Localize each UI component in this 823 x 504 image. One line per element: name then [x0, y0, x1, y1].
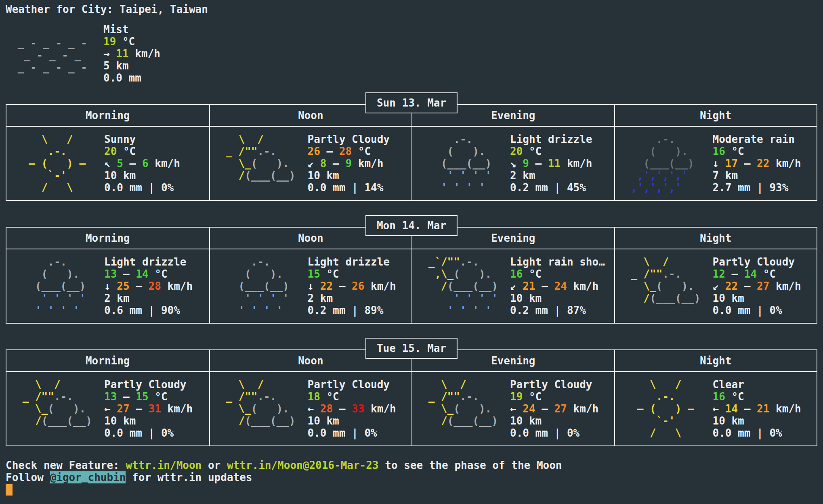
date-header: Sun 13. Mar — [365, 92, 458, 113]
period-header-night: Night — [614, 105, 817, 126]
mist-icon: _ - _ - _ - _ - _ - _ _ - _ - _ - — [11, 23, 94, 73]
forecast-cell: .-. ( ). (___(__) ' ' ' ' ' ' ' ' Light … — [6, 249, 209, 323]
weather-details: Light rain sho… 16 °C ↙ 21 — 24 km/h 10 … — [510, 256, 605, 316]
forecast-cell: \ / _ /"".-. \_( ). /(___(__) Partly Clo… — [209, 372, 412, 445]
weather-details: Partly Cloudy 13 — 15 °C ← 27 — 31 km/h … — [104, 379, 193, 439]
forecast-cell: _`/"".-. ,\_( ). /(___(__) ' ' ' ' ' ' '… — [412, 249, 614, 323]
period-header-night: Night — [614, 350, 817, 371]
date-header: Mon 14. Mar — [365, 215, 458, 236]
forecast-table: Morning Noon Evening Night \ / _ /"".-. … — [6, 349, 817, 446]
light-rain-icon: .-. ( ). (___(__) ' ' ' ' ' ' ' ' — [16, 256, 99, 316]
weather-details: Moderate rain 16 °C ↓ 17 — 22 km/h 7 km … — [713, 133, 801, 194]
forecast-row: \ / _ /"".-. \_( ). /(___(__) Partly Clo… — [6, 372, 817, 445]
weather-details: Partly Cloudy 26 — 28 °C ↙ 8 — 9 km/h 10… — [308, 133, 390, 194]
forecast-cell: \ / _ /"".-. \_( ). /(___(__) Partly Clo… — [6, 372, 209, 445]
partly-cloudy-icon: \ / _ /"".-. \_( ). /(___(__) — [422, 379, 504, 427]
forecast-cell: \ / .-. — ( ) — `-' / \ Sunny 20 °C ↖ 5 … — [6, 127, 209, 200]
partly-cloudy-icon: \ / _ /"".-. \_( ). /(___(__) — [220, 379, 302, 427]
forecast-table: Morning Noon Evening Night \ / .-. — ( )… — [6, 104, 817, 201]
terminal-cursor[interactable] — [6, 484, 13, 496]
weather-details: Light drizzle 13 — 14 °C ↓ 25 — 28 km/h … — [104, 256, 193, 316]
forecast-day-tue: Tue 15. Mar Morning Noon Evening Night \… — [6, 349, 817, 446]
page-title: Weather for City: Taipei, Taiwan — [6, 3, 817, 15]
weather-details: Light drizzle 20 °C ↘ 9 — 11 km/h 2 km 0… — [510, 133, 592, 194]
light-rain-icon: .-. ( ). (___(__) ' ' ' ' ' ' ' ' — [220, 256, 302, 316]
date-header: Tue 15. Mar — [365, 338, 458, 359]
sunny-icon: \ / .-. — ( ) — `-' / \ — [16, 133, 99, 194]
weather-details: Sunny 20 °C ↖ 5 — 6 km/h 10 km 0.0 mm | … — [104, 133, 180, 194]
moon-feature-note[interactable]: Check new Feature: wttr.in/Moon or wttr.… — [6, 459, 817, 471]
rain-shower-icon: _`/"".-. ,\_( ). /(___(__) ' ' ' ' ' ' '… — [422, 256, 504, 316]
terminal: Weather for City: Taipei, Taiwan _ - _ -… — [0, 0, 823, 499]
forecast-row: .-. ( ). (___(__) ' ' ' ' ' ' ' ' Light … — [6, 249, 817, 323]
period-header-morning: Morning — [6, 105, 209, 126]
period-header-morning: Morning — [6, 350, 209, 371]
follow-note[interactable]: Follow @igor_chubin for wttr.in updates — [6, 471, 817, 483]
forecast-cell: \ / _ /"".-. \_( ). /(___(__) Partly Clo… — [412, 372, 614, 445]
sunny-icon: \ / .-. — ( ) — `-' / \ — [625, 379, 707, 439]
forecast-cell: .-. ( ). (___(__) ' ' ' ' ' ' ' ' Light … — [412, 127, 614, 200]
weather-details: Light drizzle 15 °C ↓ 22 — 26 km/h 2 km … — [308, 256, 396, 316]
weather-details: Partly Cloudy 19 °C ← 24 — 27 km/h 10 km… — [510, 379, 598, 439]
period-header-night: Night — [614, 228, 817, 249]
terminal-footer: Check new Feature: wttr.in/Moon or wttr.… — [6, 459, 817, 496]
forecast-cell: \ / .-. — ( ) — `-' / \ Clear 16 °C ← 14… — [614, 372, 817, 445]
forecast-cell: \ / _ /"".-. \_( ). /(___(__) Partly Clo… — [209, 127, 412, 200]
forecast-cell: .-. ( ). (___(__) ‚'‚'‚'‚' ‚'‚'‚'‚' Mode… — [614, 127, 817, 200]
partly-cloudy-icon: \ / _ /"".-. \_( ). /(___(__) — [16, 379, 99, 427]
partly-cloudy-icon: \ / _ /"".-. \_( ). /(___(__) — [220, 133, 302, 182]
weather-details: Partly Cloudy 18 °C ← 28 — 33 km/h 10 km… — [308, 379, 396, 439]
forecast-table: Morning Noon Evening Night .-. ( ). (___… — [6, 227, 817, 324]
current-details: Mist 19 °C → 11 km/h 5 km 0.0 mm — [103, 23, 160, 84]
forecast-day-sun: Sun 13. Mar Morning Noon Evening Night \… — [6, 104, 817, 201]
weather-details: Partly Cloudy 12 — 14 °C ↙ 22 — 27 km/h … — [713, 256, 801, 316]
forecast-row: \ / .-. — ( ) — `-' / \ Sunny 20 °C ↖ 5 … — [6, 127, 817, 200]
partly-cloudy-icon: \ / _ /"".-. \_( ). /(___(__) — [625, 256, 707, 304]
light-rain-icon: .-. ( ). (___(__) ' ' ' ' ' ' ' ' — [422, 133, 504, 194]
forecast-day-mon: Mon 14. Mar Morning Noon Evening Night .… — [6, 227, 817, 324]
forecast-cell: \ / _ /"".-. \_( ). /(___(__) Partly Clo… — [614, 249, 817, 323]
current-conditions: _ - _ - _ - _ - _ - _ _ - _ - _ - Mist 1… — [6, 23, 817, 84]
period-header-morning: Morning — [6, 228, 209, 249]
weather-details: Clear 16 °C ← 14 — 21 km/h 10 km 0.0 mm … — [713, 379, 801, 439]
forecast-cell: .-. ( ). (___(__) ' ' ' ' ' ' ' ' Light … — [209, 249, 412, 323]
heavy-rain-icon: .-. ( ). (___(__) ‚'‚'‚'‚' ‚'‚'‚'‚' — [625, 133, 707, 194]
